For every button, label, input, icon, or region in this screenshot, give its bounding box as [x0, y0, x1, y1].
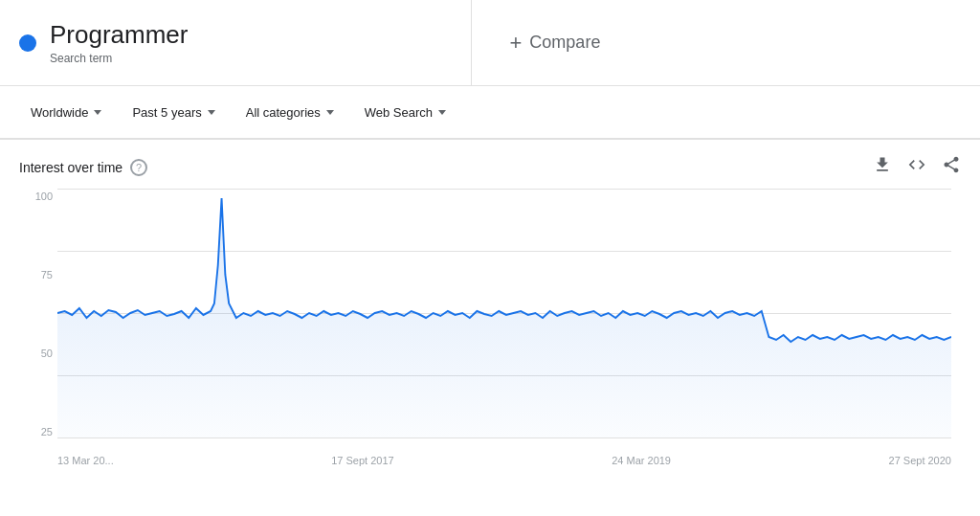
- page-header: Programmer Search term + Compare: [0, 0, 980, 86]
- search-type-chevron-icon: [438, 110, 446, 115]
- term-name: Programmer: [50, 20, 188, 50]
- y-label-100: 100: [19, 191, 53, 202]
- x-label-2017: 17 Sept 2017: [331, 455, 393, 466]
- chart-container: 100 75 50 25: [19, 189, 961, 495]
- chart-inner: [57, 189, 951, 437]
- help-icon-label: ?: [136, 162, 142, 173]
- search-type-filter-label: Web Search: [365, 105, 433, 120]
- compare-label: Compare: [529, 33, 600, 53]
- chart-title-group: Interest over time ?: [19, 159, 147, 176]
- y-label-50: 50: [19, 348, 53, 359]
- search-type-filter[interactable]: Web Search: [353, 100, 457, 125]
- compare-plus-icon: +: [510, 31, 523, 56]
- search-term-section: Programmer Search term: [0, 0, 472, 85]
- chart-section: Interest over time ?: [0, 140, 980, 495]
- y-axis-labels: 100 75 50 25: [19, 189, 53, 437]
- grid-line-0: [57, 437, 951, 438]
- x-axis-labels: 13 Mar 20... 17 Sept 2017 24 Mar 2019 27…: [57, 455, 951, 466]
- x-label-2020: 27 Sept 2020: [889, 455, 951, 466]
- trend-line-chart: [57, 189, 951, 437]
- y-label-25: 25: [19, 426, 53, 437]
- embed-icon[interactable]: [907, 155, 926, 179]
- category-filter[interactable]: All categories: [234, 100, 345, 125]
- x-label-2019: 24 Mar 2019: [612, 455, 671, 466]
- help-icon[interactable]: ?: [130, 159, 147, 176]
- term-info: Programmer Search term: [50, 20, 188, 65]
- category-chevron-icon: [326, 110, 334, 115]
- region-chevron-icon: [94, 110, 101, 115]
- term-type: Search term: [50, 52, 188, 65]
- chart-actions: [873, 155, 961, 179]
- term-color-dot: [19, 34, 36, 52]
- region-filter-label: Worldwide: [31, 105, 88, 120]
- time-filter[interactable]: Past 5 years: [121, 100, 226, 125]
- time-chevron-icon: [208, 110, 215, 115]
- compare-button[interactable]: + Compare: [510, 31, 601, 56]
- share-icon[interactable]: [942, 155, 961, 179]
- category-filter-label: All categories: [246, 105, 321, 120]
- x-label-start: 13 Mar 20...: [57, 455, 114, 466]
- filters-bar: Worldwide Past 5 years All categories We…: [0, 86, 980, 140]
- chart-header: Interest over time ?: [19, 155, 961, 179]
- chart-title: Interest over time: [19, 160, 122, 175]
- time-filter-label: Past 5 years: [132, 105, 201, 120]
- y-label-75: 75: [19, 269, 53, 280]
- region-filter[interactable]: Worldwide: [19, 100, 113, 125]
- compare-section: + Compare: [472, 0, 981, 85]
- download-icon[interactable]: [873, 155, 892, 179]
